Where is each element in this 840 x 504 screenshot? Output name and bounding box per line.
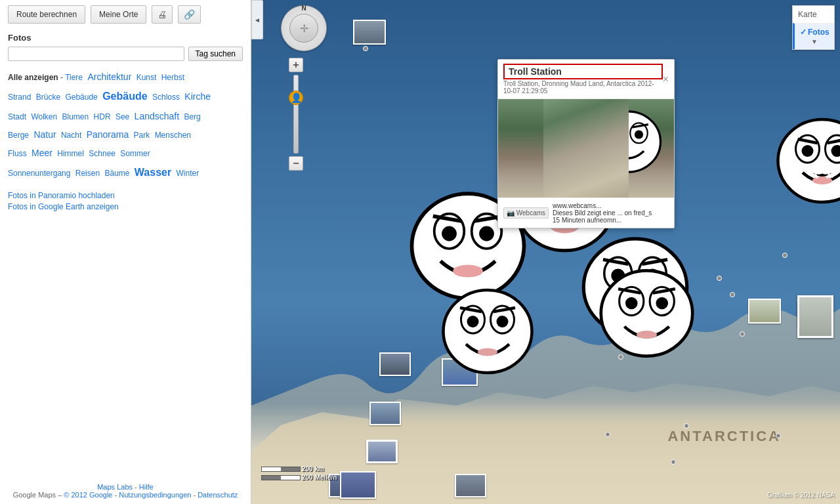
photo-dot-far-r2[interactable] bbox=[730, 292, 735, 297]
zoom-in-button[interactable]: + bbox=[289, 58, 303, 72]
fotos-label-map: Fotos bbox=[808, 28, 830, 37]
photo-dot-far-r3[interactable] bbox=[776, 433, 781, 438]
tag-sommer[interactable]: Sommer bbox=[120, 149, 150, 158]
location-popup: Troll Station Troll Station, Dronning Ma… bbox=[497, 59, 675, 228]
map-type-karte[interactable]: Karte bbox=[793, 6, 834, 23]
fotos-label: Fotos bbox=[8, 33, 243, 43]
popup-title-container: Troll Station Troll Station, Dronning Ma… bbox=[503, 64, 663, 94]
tag-schnee[interactable]: Schnee bbox=[89, 149, 116, 158]
popup-subtitle: Troll Station, Dronning Maud Land, Antar… bbox=[503, 80, 663, 94]
tag-berg[interactable]: Berg bbox=[184, 112, 200, 121]
panoramio-upload-link[interactable]: Fotos in Panoramio hochladen bbox=[8, 191, 243, 200]
tag-kunst[interactable]: Kunst bbox=[136, 73, 157, 82]
scale-miles-line bbox=[261, 475, 301, 480]
tag-tiere[interactable]: Tiere bbox=[65, 73, 83, 82]
tag-blumen[interactable]: Blumen bbox=[62, 112, 89, 121]
tag-panorama[interactable]: Panorama bbox=[87, 129, 129, 140]
photo-thumb-bl-3[interactable] bbox=[366, 440, 398, 463]
fotos-section: Fotos Tag suchen Alle anzeigen - Tiere A… bbox=[8, 33, 243, 213]
tag-wolken[interactable]: Wolken bbox=[31, 112, 57, 121]
zoom-slider-track[interactable] bbox=[293, 75, 299, 154]
tag-gebaeude-small[interactable]: Gebäude bbox=[65, 93, 97, 102]
map-area[interactable]: SouthernOcean ANTARCTICA ◄ N ✛ + − 👤 ⊕ +… bbox=[251, 0, 840, 504]
print-button[interactable]: 🖨 bbox=[152, 5, 173, 24]
hilfe-link[interactable]: Hilfe bbox=[139, 483, 154, 491]
links-section: Fotos in Panoramio hochladen Fotos in Go… bbox=[8, 191, 243, 211]
tag-landschaft[interactable]: Landschaft bbox=[135, 111, 180, 121]
photo-thumb-bl-2[interactable] bbox=[369, 402, 401, 425]
zoom-out-button[interactable]: − bbox=[289, 156, 303, 171]
photo-dot-far-r4[interactable] bbox=[671, 459, 676, 465]
tag-stadt[interactable]: Stadt bbox=[8, 112, 26, 121]
maps-labs-link[interactable]: Maps Labs bbox=[97, 483, 133, 491]
scale-km-label: 200 km bbox=[302, 465, 324, 472]
tag-hdr[interactable]: HDR bbox=[94, 112, 111, 121]
dash: - bbox=[58, 73, 65, 82]
tag-himmel[interactable]: Himmel bbox=[57, 149, 84, 158]
tag-berge[interactable]: Berge bbox=[8, 131, 29, 140]
google-earth-link[interactable]: Fotos in Google Earth anzeigen bbox=[8, 202, 243, 211]
photo-dot-r5[interactable] bbox=[605, 432, 610, 437]
tag-gebaeude-large[interactable]: Gebäude bbox=[102, 91, 147, 102]
svg-point-56 bbox=[635, 130, 643, 138]
photo-thumb-far-right[interactable] bbox=[797, 295, 833, 338]
tag-see[interactable]: See bbox=[116, 112, 129, 121]
photo-dot-r3[interactable] bbox=[618, 354, 623, 360]
tag-nacht[interactable]: Nacht bbox=[61, 131, 81, 140]
photo-thumb-bm-1[interactable] bbox=[442, 358, 478, 386]
photo-thumb-1[interactable] bbox=[353, 20, 386, 45]
route-button[interactable]: Route berechnen bbox=[8, 5, 85, 24]
popup-close-button[interactable]: × bbox=[663, 74, 669, 85]
tag-sonnenuntergang[interactable]: Sonnenuntergang bbox=[8, 169, 70, 178]
link-button[interactable]: 🔗 bbox=[178, 5, 201, 24]
alle-anzeigen-label: Alle anzeigen bbox=[8, 73, 58, 82]
tag-architektur[interactable]: Architektur bbox=[87, 72, 131, 82]
webcam-time: 15 Minuten aufneomn... bbox=[553, 217, 652, 224]
tag-search-row: Tag suchen bbox=[8, 47, 243, 61]
tag-meer[interactable]: Meer bbox=[32, 148, 52, 158]
photo-thumb-bm-2[interactable] bbox=[455, 474, 486, 497]
tag-schloss[interactable]: Schloss bbox=[152, 93, 180, 102]
photo-thumb-right-1[interactable] bbox=[748, 299, 781, 324]
datenschutz-link[interactable]: Datenschutz bbox=[198, 491, 238, 499]
photo-thumb-strip[interactable] bbox=[340, 471, 376, 499]
top-toolbar: Route berechnen Meine Orte 🖨 🔗 bbox=[8, 5, 243, 24]
photo-thumb-bl-1[interactable] bbox=[379, 352, 411, 376]
tag-menschen[interactable]: Menschen bbox=[155, 131, 191, 140]
tag-search-button[interactable]: Tag suchen bbox=[188, 47, 243, 61]
tag-strand[interactable]: Strand bbox=[8, 93, 31, 102]
nav-center: ✛ bbox=[300, 22, 308, 35]
nutzungsbedingungen-link[interactable]: Nutzungsbedingungen bbox=[119, 491, 191, 499]
tag-input[interactable] bbox=[8, 47, 184, 61]
photo-dot-far-r1[interactable] bbox=[782, 253, 788, 258]
tag-natur[interactable]: Natur bbox=[33, 129, 56, 140]
photo-dot-1[interactable] bbox=[363, 46, 368, 51]
antarctica-label: ANTARCTICA bbox=[667, 428, 781, 445]
nav-circle[interactable]: N ✛ bbox=[281, 5, 327, 51]
tag-park[interactable]: Park bbox=[134, 131, 150, 140]
tag-winter[interactable]: Winter bbox=[177, 169, 200, 178]
nav-arrows[interactable]: ✛ bbox=[289, 14, 318, 43]
map-type-fotos[interactable]: ✓Fotos ▼ bbox=[793, 23, 834, 49]
meine-orte-button[interactable]: Meine Orte bbox=[91, 5, 146, 24]
photo-dot-r1[interactable] bbox=[717, 276, 722, 281]
sidebar-collapse-button[interactable]: ◄ bbox=[251, 0, 263, 39]
photo-dot-r4[interactable] bbox=[740, 331, 745, 337]
photo-dot-r2[interactable] bbox=[671, 322, 676, 327]
webcam-url: www.webcams... bbox=[553, 202, 652, 209]
tag-wasser[interactable]: Wasser bbox=[135, 167, 171, 178]
copyright-google[interactable]: © 2012 Google bbox=[64, 491, 112, 499]
scale-miles-row: 200 Meile/n bbox=[261, 474, 337, 481]
tag-kirche[interactable]: Kirche bbox=[184, 91, 211, 102]
popup-image[interactable] bbox=[498, 99, 674, 198]
street-view-pegman[interactable]: 👤 bbox=[289, 91, 303, 105]
photo-dot-r6[interactable] bbox=[684, 423, 689, 429]
footer: Maps Labs - Hilfe Google Maps – © 2012 G… bbox=[8, 470, 243, 499]
tag-reisen[interactable]: Reisen bbox=[75, 169, 100, 178]
tag-herbst[interactable]: Herbst bbox=[161, 73, 184, 82]
tag-baeume[interactable]: Bäume bbox=[104, 169, 129, 178]
webcam-info: www.webcams... Dieses Bild zeigt eine ..… bbox=[553, 202, 652, 224]
navigation-control[interactable]: N ✛ bbox=[281, 5, 327, 51]
tag-fluss[interactable]: Fluss bbox=[8, 149, 27, 158]
tag-bruecke[interactable]: Brücke bbox=[36, 93, 60, 102]
